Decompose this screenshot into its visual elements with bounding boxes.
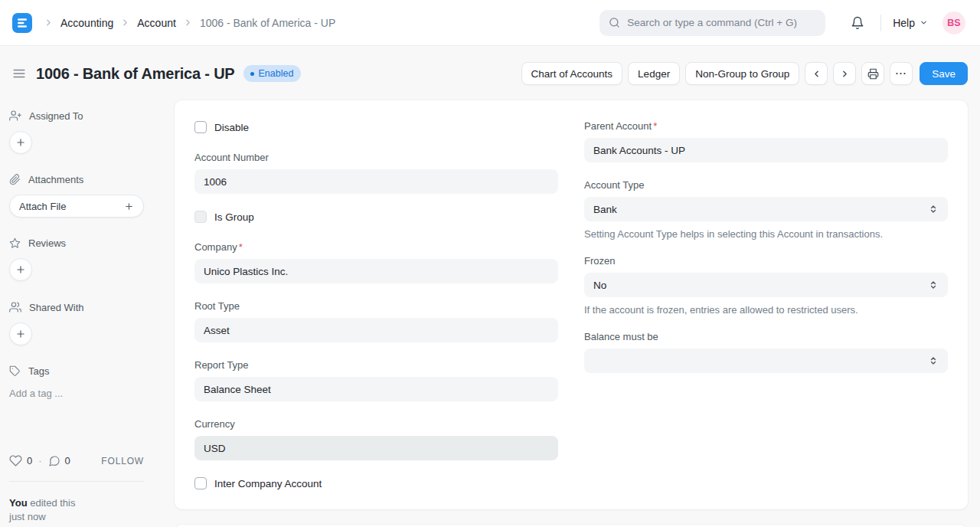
is-group-field: Is Group — [194, 211, 558, 223]
print-button[interactable] — [861, 62, 884, 85]
form-sidebar: Assigned To Attachments Attach File — [9, 100, 144, 527]
sidebar-toggle-icon[interactable] — [9, 64, 29, 83]
breadcrumb-account[interactable]: Account — [137, 17, 176, 29]
shared-with-label: Shared With — [29, 302, 84, 313]
tags-label: Tags — [28, 365, 49, 377]
add-share-button[interactable] — [9, 322, 32, 345]
attach-file-button[interactable]: Attach File — [9, 195, 144, 218]
status-dot-icon — [250, 72, 254, 76]
chart-of-accounts-button[interactable]: Chart of Accounts — [521, 62, 623, 85]
account-number-field: Account Number 1006 — [194, 152, 558, 194]
chevron-right-icon — [120, 18, 130, 28]
balance-must-be-select[interactable] — [584, 349, 948, 373]
plus-icon — [124, 201, 134, 211]
next-record-button[interactable] — [833, 62, 856, 85]
users-icon — [9, 301, 21, 313]
select-chevrons-icon — [928, 204, 939, 214]
activity-who: You — [9, 497, 28, 509]
star-icon — [9, 237, 21, 249]
parent-account-label: Parent Account* — [584, 120, 948, 132]
add-review-button[interactable] — [9, 258, 32, 281]
sidebar-footer: 0 · 0 FOLLOW You edited this just now Yo… — [9, 454, 144, 527]
reviews-label: Reviews — [28, 237, 66, 249]
help-menu[interactable]: Help — [893, 17, 928, 29]
account-number-label: Account Number — [194, 152, 558, 163]
report-type-field: Report Type Balance Sheet — [194, 359, 558, 401]
previous-record-button[interactable] — [805, 62, 828, 85]
frozen-label: Frozen — [584, 255, 948, 267]
parent-account-field: Parent Account* Bank Accounts - UP — [584, 120, 948, 162]
root-type-field: Root Type Asset — [194, 300, 558, 342]
breadcrumb-accounting[interactable]: Accounting — [60, 17, 113, 29]
root-type-input[interactable]: Asset — [194, 318, 558, 342]
attachments-label: Attachments — [28, 174, 83, 185]
save-button[interactable]: Save — [920, 62, 968, 85]
disable-checkbox[interactable] — [194, 121, 207, 133]
disable-label[interactable]: Disable — [214, 122, 249, 133]
inter-company-field: Inter Company Account — [194, 477, 558, 489]
currency-input[interactable]: USD — [194, 436, 558, 460]
account-form-card: Disable Account Number 1006 Is Group Com… — [175, 100, 968, 509]
account-type-label: Account Type — [584, 179, 948, 191]
divider — [880, 15, 881, 31]
ledger-button[interactable]: Ledger — [628, 62, 680, 85]
frozen-select[interactable]: No — [584, 273, 948, 297]
like-heart-icon[interactable] — [9, 454, 22, 467]
parent-account-input[interactable]: Bank Accounts - UP — [584, 138, 948, 162]
frozen-value: No — [593, 280, 606, 291]
user-plus-icon — [9, 110, 21, 122]
company-label-text: Company — [194, 241, 237, 253]
required-asterisk: * — [653, 120, 657, 132]
report-type-input[interactable]: Balance Sheet — [194, 377, 558, 401]
follow-button[interactable]: FOLLOW — [101, 456, 144, 466]
company-field: Company* Unico Plastics Inc. — [194, 241, 558, 283]
parent-account-label-text: Parent Account — [584, 120, 652, 132]
required-asterisk: * — [239, 241, 243, 253]
top-navbar: Accounting Account 1006 - Bank of Americ… — [0, 0, 980, 46]
form-column-left: Disable Account Number 1006 Is Group Com… — [194, 120, 558, 489]
currency-label: Currency — [194, 418, 558, 430]
disable-field: Disable — [194, 121, 558, 133]
account-type-select[interactable]: Bank — [584, 197, 948, 221]
comment-bubble-icon[interactable] — [48, 455, 60, 467]
attachments-section: Attachments Attach File — [9, 171, 144, 218]
tag-icon — [9, 365, 21, 377]
activity-when: just now — [9, 511, 46, 522]
activity-edited: You edited this just now — [9, 496, 144, 525]
comment-count: 0 — [65, 455, 70, 466]
tags-section: Tags Add a tag ... — [9, 362, 144, 401]
select-chevrons-icon — [928, 355, 939, 366]
breadcrumb: Accounting Account 1006 - Bank of Americ… — [44, 17, 335, 29]
inter-company-label[interactable]: Inter Company Account — [214, 478, 322, 489]
non-group-to-group-button[interactable]: Non-Group to Group — [685, 62, 799, 85]
company-input[interactable]: Unico Plastics Inc. — [194, 259, 558, 283]
more-actions-button[interactable]: ··· — [890, 62, 913, 85]
account-number-input[interactable]: 1006 — [194, 169, 558, 194]
is-group-checkbox — [194, 211, 207, 223]
notifications-bell-icon[interactable] — [851, 16, 864, 30]
balance-must-be-field: Balance must be — [584, 331, 948, 373]
currency-field: Currency USD — [194, 418, 558, 460]
inter-company-checkbox[interactable] — [194, 477, 207, 489]
page-title: 1006 - Bank of America - UP — [36, 65, 235, 83]
help-label: Help — [893, 17, 915, 29]
user-avatar[interactable]: BS — [942, 11, 965, 34]
paperclip-icon — [9, 174, 21, 185]
activity-action: edited this — [28, 497, 76, 509]
chevron-down-icon — [920, 18, 928, 27]
is-group-label: Is Group — [214, 211, 254, 223]
attach-file-label: Attach File — [19, 201, 66, 212]
assigned-to-label: Assigned To — [29, 110, 83, 122]
erpnext-logo-icon[interactable] — [12, 13, 32, 33]
avatar-initials: BS — [947, 18, 960, 28]
status-label: Enabled — [259, 68, 294, 79]
balance-must-be-label: Balance must be — [584, 331, 948, 342]
frozen-field: Frozen No If the account is frozen, entr… — [584, 255, 948, 316]
search-input[interactable] — [627, 17, 816, 28]
divider — [9, 481, 144, 482]
account-type-field: Account Type Bank Setting Account Type h… — [584, 179, 948, 240]
add-tag-input[interactable]: Add a tag ... — [9, 386, 144, 401]
add-assignment-button[interactable] — [9, 131, 32, 154]
root-type-label: Root Type — [194, 300, 558, 312]
global-search[interactable] — [599, 10, 825, 36]
